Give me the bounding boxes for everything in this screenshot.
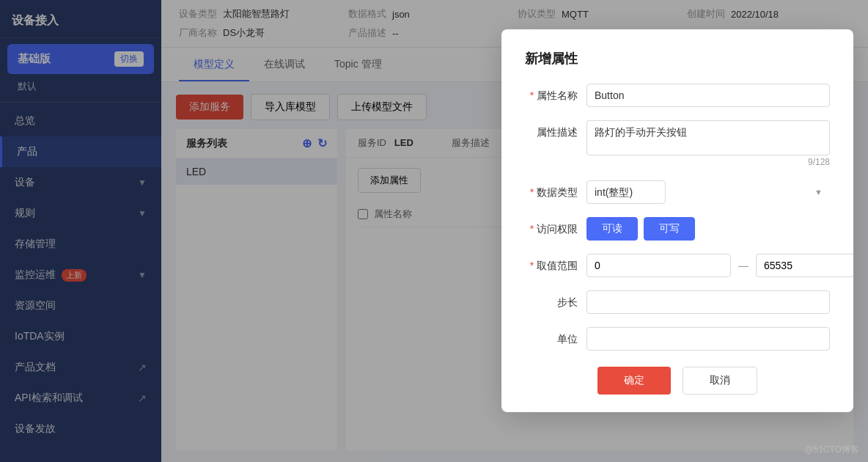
access-label: 访问权限 [525,217,578,236]
modal-footer: 确定 取消 [525,367,830,395]
desc-textarea[interactable]: 路灯的手动开关按钮 [586,120,830,155]
access-write-button[interactable]: 可写 [644,217,695,241]
unit-label: 单位 [525,327,578,346]
name-input[interactable] [586,84,830,107]
access-read-button[interactable]: 可读 [586,217,638,241]
data-type-select[interactable]: int(整型) string(字符串) float(浮点型) bool(布尔型) [586,180,666,204]
form-row-data-type: 数据类型 int(整型) string(字符串) float(浮点型) bool… [525,180,830,204]
step-input[interactable] [586,290,830,314]
step-label: 步长 [525,290,578,309]
modal-title: 新增属性 [525,50,830,67]
range-row: — [586,254,853,277]
confirm-button[interactable]: 确定 [597,367,671,395]
data-type-label: 数据类型 [525,180,578,199]
form-row-step: 步长 [525,290,830,314]
form-row-desc: 属性描述 路灯的手动开关按钮 9/128 [525,120,830,167]
name-label: 属性名称 [525,84,578,103]
range-min-input[interactable] [586,254,731,277]
range-dash: — [738,260,749,271]
form-row-name: 属性名称 [525,84,830,107]
form-row-unit: 单位 [525,327,830,351]
modal-overlay: 新增属性 属性名称 属性描述 路灯的手动开关按钮 9/128 数据类型 int(… [0,0,868,462]
watermark: @51CTO博客 [804,444,859,456]
form-row-range: 取值范围 — [525,254,830,277]
char-count: 9/128 [586,157,830,167]
desc-form-label: 属性描述 [525,120,578,139]
cancel-button[interactable]: 取消 [683,367,757,395]
add-property-modal: 新增属性 属性名称 属性描述 路灯的手动开关按钮 9/128 数据类型 int(… [501,29,853,412]
range-label: 取值范围 [525,254,578,273]
data-type-select-wrapper: int(整型) string(字符串) float(浮点型) bool(布尔型) [586,180,830,204]
unit-input[interactable] [586,327,830,351]
form-row-access: 访问权限 可读 可写 [525,217,830,241]
access-buttons: 可读 可写 [586,217,830,241]
range-max-input[interactable] [756,254,853,277]
